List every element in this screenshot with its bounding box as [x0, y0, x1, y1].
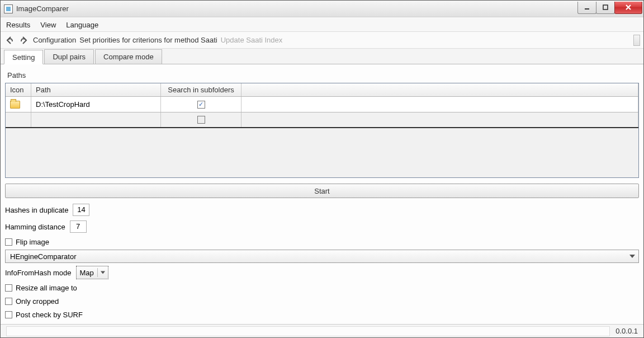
breadcrumb-update-index[interactable]: Update Saati Index	[221, 36, 283, 44]
hashes-label: Hashes in duplicate	[5, 206, 68, 214]
maximize-button[interactable]	[596, 2, 615, 14]
minimize-button[interactable]	[577, 2, 596, 14]
menubar: Results View Language	[1, 17, 643, 32]
start-button[interactable]: Start	[5, 184, 639, 198]
start-button-label: Start	[314, 187, 329, 195]
menu-results[interactable]: Results	[6, 21, 30, 29]
version-label: 0.0.0.1	[615, 327, 638, 335]
nav-back-button[interactable]	[4, 35, 15, 46]
grid-cell-rest	[242, 97, 638, 112]
info-mode-select[interactable]: Map	[76, 266, 108, 279]
window-buttons	[578, 2, 642, 14]
app-icon	[4, 4, 13, 13]
titlebar: ImageComparer	[1, 1, 643, 17]
col-header-icon[interactable]: Icon	[6, 83, 31, 96]
hamming-input[interactable]: 7	[70, 220, 87, 233]
subfolders-checkbox[interactable]: ✓	[197, 101, 205, 109]
folder-icon	[10, 101, 20, 109]
hashes-input[interactable]: 14	[73, 204, 89, 216]
grid-row[interactable]: D:\TestCropHard ✓	[6, 97, 638, 112]
grid-body: D:\TestCropHard ✓	[6, 97, 638, 177]
resize-checkbox[interactable]	[5, 284, 12, 292]
toolbar-overflow-handle[interactable]	[633, 35, 640, 46]
flip-checkbox[interactable]	[5, 238, 12, 246]
window-title: ImageComparer	[16, 4, 69, 13]
tab-compare-mode[interactable]: Compare mode	[95, 49, 162, 64]
grid-cell-icon	[6, 97, 31, 112]
tab-compare-mode-label: Compare mode	[103, 53, 154, 61]
paths-label: Paths	[7, 71, 639, 79]
app-window: ImageComparer Results View Language Conf…	[0, 0, 644, 338]
row-flip[interactable]: Flip image	[5, 236, 639, 247]
svg-rect-1	[603, 5, 608, 10]
settings-form: Hashes in duplicate 14 Hamming distance …	[5, 203, 639, 320]
subfolders-checkbox-empty[interactable]	[197, 116, 205, 124]
toolbar: Configuration Set priorities for criteri…	[1, 32, 643, 49]
row-only-cropped[interactable]: Only cropped	[5, 295, 639, 307]
tab-setting-label: Setting	[12, 53, 35, 62]
status-message	[6, 326, 610, 336]
menu-view[interactable]: View	[40, 21, 56, 29]
hamming-label: Hamming distance	[5, 223, 65, 231]
grid-cell-path[interactable]: D:\TestCropHard	[31, 97, 161, 112]
content-area: Paths Icon Path Search in subfolders D:\…	[1, 64, 643, 324]
tab-strip: Setting Dupl pairs Compare mode	[1, 49, 643, 64]
grid-header: Icon Path Search in subfolders	[6, 83, 638, 97]
status-bar: 0.0.0.1	[1, 324, 643, 337]
post-check-checkbox[interactable]	[5, 311, 12, 318]
comparator-value: HEngineComparator	[10, 252, 77, 261]
only-cropped-checkbox[interactable]	[5, 298, 12, 305]
col-header-path[interactable]: Path	[31, 83, 161, 96]
paths-grid: Icon Path Search in subfolders D:\TestCr…	[5, 83, 639, 178]
col-header-rest	[242, 83, 638, 96]
row-post-check[interactable]: Post check by SURF	[5, 309, 639, 320]
post-check-label: Post check by SURF	[16, 311, 83, 319]
row-resize[interactable]: Resize all image to	[5, 282, 639, 293]
resize-label: Resize all image to	[16, 284, 77, 292]
grid-cell-subfolders[interactable]: ✓	[161, 97, 242, 112]
tab-setting[interactable]: Setting	[4, 50, 43, 64]
info-mode-label: InfoFromHash mode	[5, 269, 72, 277]
comparator-select[interactable]: HEngineComparator	[5, 250, 639, 263]
flip-label: Flip image	[16, 238, 49, 246]
row-hashes: Hashes in duplicate 14	[5, 203, 639, 217]
breadcrumb-set-priorities[interactable]: Set priorities for criterions for method…	[79, 36, 217, 44]
col-header-subfolders[interactable]: Search in subfolders	[161, 83, 242, 96]
grid-row-empty[interactable]	[6, 112, 638, 128]
only-cropped-label: Only cropped	[16, 297, 59, 306]
breadcrumb-configuration[interactable]: Configuration	[33, 36, 76, 44]
nav-forward-button[interactable]	[18, 35, 30, 46]
row-hamming: Hamming distance 7	[5, 219, 639, 234]
menu-language[interactable]: Language	[66, 21, 98, 29]
breadcrumb: Configuration Set priorities for criteri…	[33, 36, 282, 44]
row-info-mode: InfoFromHash mode Map	[5, 265, 639, 280]
chevron-down-icon	[629, 255, 635, 258]
tab-dupl-pairs[interactable]: Dupl pairs	[44, 49, 94, 64]
chevron-down-icon	[101, 271, 105, 274]
tab-dupl-pairs-label: Dupl pairs	[53, 53, 86, 61]
close-button[interactable]	[614, 2, 642, 14]
info-mode-value: Map	[80, 269, 94, 277]
